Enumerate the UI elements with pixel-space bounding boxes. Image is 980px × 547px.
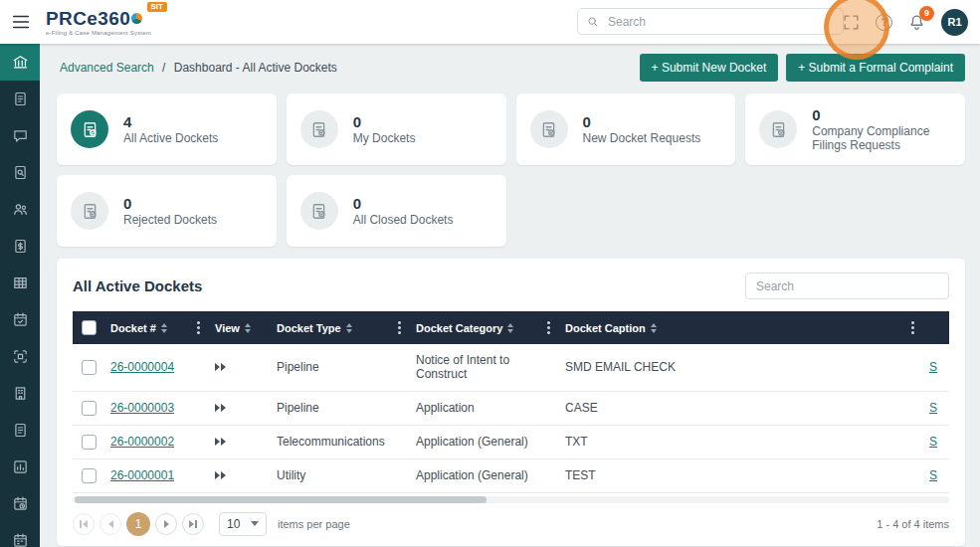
sidebar-item-bank[interactable] <box>0 44 40 81</box>
building-icon <box>12 385 29 402</box>
sidebar-item-grid[interactable] <box>0 265 40 301</box>
column-menu-icon[interactable] <box>194 319 203 336</box>
stat-card[interactable]: 0My Dockets <box>287 93 506 165</box>
docket-row: 26-0000004PipelineNotice of Intent to Co… <box>73 344 949 391</box>
column-menu-icon[interactable] <box>395 319 404 336</box>
sidebar-item-file[interactable] <box>0 412 40 449</box>
fullscreen-button[interactable] <box>842 13 861 32</box>
view-docket-icon[interactable] <box>215 363 226 371</box>
row-checkbox[interactable] <box>82 468 97 483</box>
column-docket-number[interactable]: Docket # <box>110 322 156 334</box>
stat-card[interactable]: 0New Docket Requests <box>516 93 736 165</box>
pager-range-label: 1 - 4 of 4 items <box>877 518 949 530</box>
submit-formal-complaint-button[interactable]: + Submit a Formal Complaint <box>786 54 965 82</box>
table-search-input[interactable] <box>745 273 949 299</box>
docket-file-icon <box>71 192 108 230</box>
docket-row: 26-0000003PipelineApplicationCASES <box>73 391 949 425</box>
truncated-status-link[interactable]: S <box>929 401 937 415</box>
docket-type-cell: Pipeline <box>271 344 410 391</box>
breadcrumb-advanced-search-link[interactable]: Advanced Search <box>60 61 154 75</box>
sort-icon[interactable] <box>245 323 251 333</box>
caret-down-icon <box>251 521 259 526</box>
stat-value: 0 <box>123 195 217 212</box>
stat-label: My Dockets <box>353 132 416 146</box>
stat-card[interactable]: 0Company Compliance Filings Requests <box>745 93 965 165</box>
docket-row: 26-0000002TelecommunicationsApplication … <box>73 425 949 458</box>
row-checkbox[interactable] <box>82 401 97 416</box>
users-icon <box>12 201 29 218</box>
sidebar-item-file[interactable] <box>0 81 40 117</box>
active-dockets-panel: All Active Dockets Docket # <box>57 259 965 546</box>
docket-file-icon <box>71 110 108 148</box>
pager-prev-button[interactable] <box>99 513 121 535</box>
column-docket-caption[interactable]: Docket Caption <box>565 322 646 334</box>
global-search-input[interactable] <box>606 14 835 30</box>
column-docket-type[interactable]: Docket Type <box>277 322 341 334</box>
column-view[interactable]: View <box>215 322 240 334</box>
docket-category-cell: Application <box>410 391 559 425</box>
pager-next-button[interactable] <box>155 513 177 535</box>
pager-last-button[interactable] <box>182 513 204 535</box>
stat-card[interactable]: 4All Active Dockets <box>57 93 277 165</box>
sidebar-item-chart[interactable] <box>0 449 40 485</box>
sidebar-item-file-search[interactable] <box>0 154 40 191</box>
menu-icon <box>10 11 32 33</box>
column-menu-icon[interactable] <box>544 319 553 336</box>
sidebar-item-building[interactable] <box>0 375 40 412</box>
pager-current-page[interactable]: 1 <box>126 512 150 536</box>
docket-number-link[interactable]: 26-0000002 <box>110 435 174 449</box>
docket-type-cell: Telecommunications <box>271 425 410 458</box>
dockets-tbody: 26-0000004PipelineNotice of Intent to Co… <box>73 344 949 492</box>
app-logo[interactable]: SIT PRCe360 e-Filing & Case Management S… <box>46 9 151 36</box>
notifications-button[interactable]: 9 <box>907 13 926 32</box>
view-docket-icon[interactable] <box>215 471 226 479</box>
stat-label: Rejected Dockets <box>123 214 217 228</box>
horizontal-scrollbar[interactable] <box>73 496 949 503</box>
calendar-clock-icon <box>12 495 29 512</box>
truncated-status-link[interactable]: S <box>929 468 937 482</box>
globe-icon <box>131 13 142 24</box>
file-dollar-icon <box>12 238 29 255</box>
sort-icon[interactable] <box>651 323 657 333</box>
docket-number-link[interactable]: 26-0000003 <box>110 401 174 415</box>
stat-value: 0 <box>583 113 701 130</box>
column-docket-category[interactable]: Docket Category <box>416 322 502 334</box>
column-menu-icon[interactable] <box>908 319 917 336</box>
scrollbar-thumb[interactable] <box>75 496 487 503</box>
sidebar-item-scan[interactable] <box>0 338 40 375</box>
page-size-dropdown[interactable]: 10 <box>219 512 267 536</box>
bank-icon <box>12 54 29 71</box>
truncated-status-link[interactable]: S <box>929 360 937 374</box>
sidebar-item-calendar-check[interactable] <box>0 301 40 338</box>
sort-icon[interactable] <box>161 323 167 333</box>
view-docket-icon[interactable] <box>215 438 226 446</box>
pager-first-button[interactable] <box>73 513 95 535</box>
sidebar-item-users[interactable] <box>0 191 40 228</box>
global-search <box>577 8 844 35</box>
stat-card[interactable]: 0Rejected Dockets <box>57 175 277 247</box>
sidebar-item-chat[interactable] <box>0 117 40 154</box>
sort-icon[interactable] <box>346 323 352 333</box>
sort-icon[interactable] <box>507 323 513 333</box>
view-docket-icon[interactable] <box>215 404 226 412</box>
chart-icon <box>12 458 29 475</box>
top-header: SIT PRCe360 e-Filing & Case Management S… <box>0 0 980 44</box>
sidebar-item-calendar[interactable] <box>0 522 40 547</box>
main-content: Advanced Search / Dashboard - All Active… <box>40 44 980 547</box>
sidebar-item-file-dollar[interactable] <box>0 228 40 265</box>
docket-number-link[interactable]: 26-0000004 <box>110 360 174 374</box>
help-button[interactable]: ? <box>876 14 892 31</box>
docket-number-link[interactable]: 26-0000001 <box>110 468 174 482</box>
sidebar-item-calendar-clock[interactable] <box>0 485 40 522</box>
submit-new-docket-button[interactable]: + Submit New Docket <box>640 54 779 82</box>
user-avatar[interactable]: R1 <box>941 9 968 36</box>
menu-button[interactable] <box>10 11 32 33</box>
truncated-status-link[interactable]: S <box>929 435 937 449</box>
breadcrumb-separator: / <box>162 61 165 75</box>
stat-card[interactable]: 0All Closed Dockets <box>287 175 506 247</box>
select-all-checkbox[interactable] <box>82 320 97 335</box>
row-checkbox[interactable] <box>82 360 97 375</box>
docket-caption-cell: SMD EMAIL CHECK <box>559 344 923 391</box>
row-checkbox[interactable] <box>82 435 97 450</box>
calendar-check-icon <box>12 311 29 328</box>
